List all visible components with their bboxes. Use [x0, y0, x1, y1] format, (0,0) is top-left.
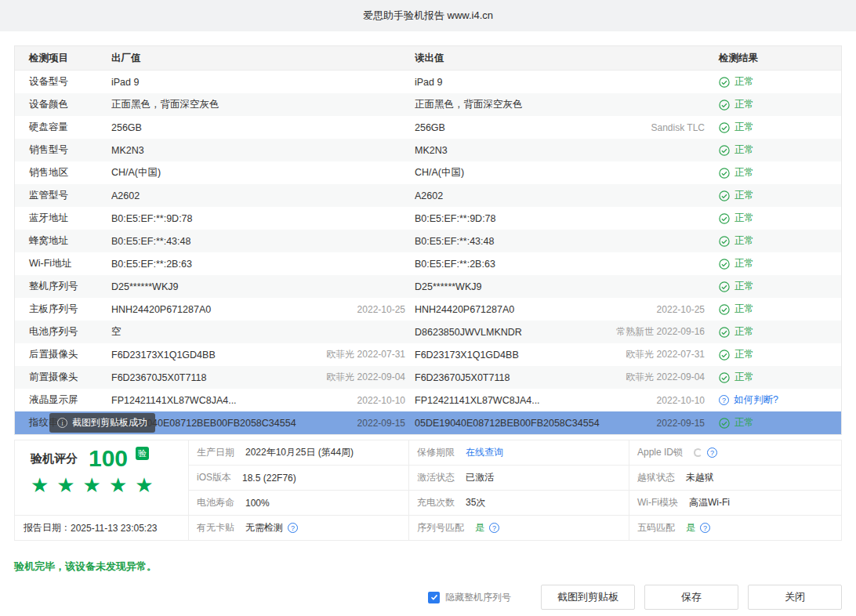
table-row[interactable]: 后置摄像头F6D23173X1Q1GD4BB欧菲光 2022-07-31F6D2… [15, 343, 841, 366]
table-row[interactable]: 蓝牙地址B0:E5:EF:**:9D:78B0:E5:EF:**:9D:78正常 [15, 207, 841, 230]
check-circle-icon [719, 281, 730, 292]
save-button[interactable]: 保存 [644, 585, 738, 610]
table-row[interactable]: 销售型号MK2N3MK2N3正常 [15, 139, 841, 161]
table-row[interactable]: 硬盘容量256GB256GBSandisk TLC正常 [15, 116, 841, 139]
row-item-label: 销售型号 [15, 139, 111, 161]
result-text: 正常 [734, 280, 754, 293]
table-row[interactable]: 蜂窝地址B0:E5:EF:**:43:48B0:E5:EF:**:43:48正常 [15, 230, 841, 252]
table-row[interactable]: 整机序列号D25******WKJ9D25******WKJ9正常 [15, 275, 841, 298]
read-value: B0:E5:EF:**:2B:63 [415, 259, 495, 270]
check-circle-icon [719, 77, 730, 88]
summary-item-label: 五码匹配 [637, 521, 675, 534]
col-header-read: 读出值 [415, 46, 714, 70]
factory-value: D25******WKJ9 [111, 281, 178, 292]
table-row[interactable]: 液晶显示屏FP12421141XL87WC8JA4...2022-10-10FP… [15, 389, 841, 411]
summary-item-value[interactable]: 在线查询 [466, 446, 503, 459]
row-read-cell: D25******WKJ9 [415, 275, 714, 298]
check-circle-icon [719, 145, 730, 156]
read-value: iPad 9 [415, 77, 442, 88]
row-factory-cell: 正面黑色，背面深空灰色 [111, 93, 415, 116]
factory-extra: 2022-09-15 [357, 418, 415, 429]
table-row[interactable]: 前置摄像头F6D23670J5X0T7118欧菲光 2022-09-04F6D2… [15, 366, 841, 389]
row-read-cell: B0:E5:EF:**:43:48 [415, 230, 714, 252]
screenshot-to-clipboard-button[interactable]: 截图到剪贴板 [541, 585, 635, 610]
row-item-label: 设备颜色 [15, 93, 111, 116]
check-circle-icon [719, 327, 730, 338]
report-table: 检测项目 出厂值 读出值 检测结果 设备型号iPad 9iPad 9正常设备颜色… [14, 45, 842, 435]
summary-item: 激活状态已激活 [409, 466, 629, 490]
score-line: 验机评分 100 验 [31, 447, 188, 470]
factory-value: 正面黑色，背面深空灰色 [111, 98, 219, 111]
row-result-cell: 正常 [714, 71, 841, 93]
read-extra: 2022-10-25 [657, 304, 714, 315]
help-icon[interactable] [489, 523, 499, 533]
result-text: 正常 [734, 143, 754, 157]
table-row[interactable]: 监管型号A2602A2602正常 [15, 184, 841, 207]
row-item-label: 硬盘容量 [15, 116, 111, 139]
factory-value: HNH24420P671287A0 [111, 304, 211, 315]
row-read-cell: D8623850JWVLMKNDR常熟新世 2022-09-16 [415, 321, 714, 343]
table-row[interactable]: 设备型号iPad 9iPad 9正常 [15, 71, 841, 93]
row-factory-cell: 256GB [111, 116, 415, 139]
read-value: D8623850JWVLMKNDR [415, 327, 522, 338]
row-factory-cell: 05DE19040E08712BEB00FB2058C345542022-09-… [111, 411, 415, 434]
row-result-cell: 正常 [714, 184, 841, 207]
help-icon[interactable] [707, 448, 717, 458]
summary-item-label: 序列号匹配 [417, 521, 464, 534]
row-item-label: 整机序列号 [15, 275, 111, 298]
table-row[interactable]: 销售地区CH/A(中国)CH/A(中国)正常 [15, 161, 841, 184]
col-header-result: 检测结果 [714, 46, 841, 70]
summary-item-value: 已激活 [466, 471, 494, 484]
help-icon[interactable] [700, 523, 710, 533]
row-factory-cell: FP12421141XL87WC8JA4...2022-10-10 [111, 389, 415, 411]
summary-item-value: 无需检测 [245, 521, 283, 534]
question-circle-icon[interactable] [719, 395, 729, 405]
factory-extra: 欧菲光 2022-07-31 [326, 348, 415, 361]
report-date-value: 2025-11-13 23:05:23 [71, 523, 158, 534]
report-date: 报告日期： 2025-11-13 23:05:23 [15, 516, 188, 540]
summary-item-value: 高温Wi-Fi [689, 496, 730, 509]
checkbox-checked-icon[interactable] [428, 592, 440, 603]
row-result-cell: 正常 [714, 93, 841, 116]
summary-item: Wi-Fi模块高温Wi-Fi [629, 491, 841, 515]
summary-item-label: 充电次数 [417, 496, 455, 509]
row-read-cell: 256GBSandisk TLC [415, 116, 714, 139]
summary-item-label: 电池寿命 [197, 496, 234, 509]
read-value: 256GB [415, 122, 445, 133]
result-text: 正常 [734, 166, 754, 179]
table-row[interactable]: 设备颜色正面黑色，背面深空灰色正面黑色，背面深空灰色正常 [15, 93, 841, 116]
summary-item-value: 是 [475, 521, 484, 534]
report-table-body: 设备型号iPad 9iPad 9正常设备颜色正面黑色，背面深空灰色正面黑色，背面… [15, 71, 841, 434]
help-icon[interactable] [288, 523, 298, 533]
close-button[interactable]: 关闭 [748, 585, 842, 610]
row-factory-cell: CH/A(中国) [111, 161, 415, 184]
row-read-cell: A2602 [415, 184, 714, 207]
read-extra: 欧菲光 2022-09-04 [626, 371, 714, 384]
table-row[interactable]: Wi-Fi地址B0:E5:EF:**:2B:63B0:E5:EF:**:2B:6… [15, 252, 841, 275]
factory-value: CH/A(中国) [111, 166, 161, 179]
table-row[interactable]: 主板序列号HNH24420P671287A02022-10-25HNH24420… [15, 298, 841, 321]
col-header-item: 检测项目 [15, 46, 111, 70]
hide-serial-checkbox-group[interactable]: 隐藏整机序列号 [428, 591, 511, 604]
summary-item-value: 100% [245, 498, 270, 509]
summary-item-label: 保修期限 [417, 446, 455, 459]
result-text: 正常 [734, 348, 754, 361]
score-value: 100 [89, 447, 128, 470]
read-extra: 常熟新世 2022-09-16 [616, 325, 714, 339]
table-row[interactable]: 电池序列号空D8623850JWVLMKNDR常熟新世 2022-09-16正常 [15, 321, 841, 343]
row-factory-cell: B0:E5:EF:**:2B:63 [111, 252, 415, 275]
read-extra: 欧菲光 2022-07-31 [626, 348, 714, 361]
result-text[interactable]: 如何判断? [734, 393, 778, 407]
app-title: 爱思助手验机报告 www.i4.cn [363, 9, 493, 23]
summary-item: 序列号匹配是 [409, 516, 629, 540]
loading-spinner-icon [694, 448, 702, 457]
row-item-label: 前置摄像头 [15, 366, 111, 389]
report-date-label: 报告日期： [24, 521, 71, 534]
row-read-cell: 正面黑色，背面深空灰色 [415, 93, 714, 116]
summary-item-label: 有无卡贴 [197, 521, 234, 534]
result-text: 正常 [734, 189, 754, 202]
factory-value: A2602 [111, 190, 140, 201]
row-result-cell: 正常 [714, 298, 841, 321]
row-factory-cell: HNH24420P671287A02022-10-25 [111, 298, 415, 321]
factory-value: iPad 9 [111, 77, 139, 88]
